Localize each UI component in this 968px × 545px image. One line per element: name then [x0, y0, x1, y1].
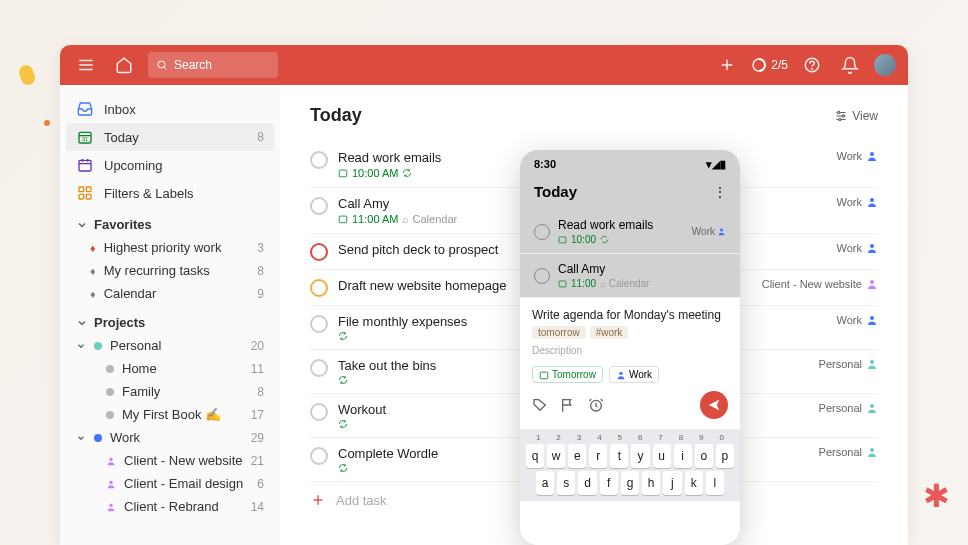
svg-rect-30 — [339, 170, 347, 177]
keyboard-key[interactable]: u — [653, 444, 671, 468]
plus-icon — [310, 492, 326, 508]
recurring-icon — [338, 331, 348, 341]
favorite-item[interactable]: ♦Highest priority work3 — [60, 236, 280, 259]
keyboard-key[interactable]: d — [578, 471, 596, 495]
alarm-icon[interactable] — [588, 397, 604, 413]
key-hint: 4 — [597, 433, 601, 442]
project-item[interactable]: Personal20 — [60, 334, 280, 357]
task-project-tag[interactable]: Client - New website — [762, 278, 878, 290]
keyboard-key[interactable]: p — [716, 444, 734, 468]
sidebar-item-upcoming[interactable]: Upcoming — [66, 151, 274, 179]
sidebar-item-today[interactable]: 31 Today 8 — [66, 123, 274, 151]
favorites-header[interactable]: Favorites — [60, 207, 280, 236]
today-icon: 31 — [76, 128, 94, 146]
keyboard-key[interactable]: t — [610, 444, 628, 468]
compose-title[interactable]: Write agenda for Monday's meeting — [532, 308, 728, 322]
chip-work[interactable]: #work — [590, 326, 629, 339]
project-item[interactable]: Work29 — [60, 426, 280, 449]
subproject-label: Client - Rebrand — [124, 499, 219, 514]
keyboard-key[interactable]: l — [706, 471, 724, 495]
view-label: View — [852, 109, 878, 123]
view-button[interactable]: View — [834, 109, 878, 123]
search-input[interactable]: Search — [148, 52, 278, 78]
help-icon[interactable] — [798, 51, 826, 79]
keyboard-key[interactable]: y — [631, 444, 649, 468]
svg-point-23 — [109, 503, 112, 506]
more-icon[interactable]: ⋮ — [714, 185, 726, 199]
keyboard-key[interactable]: a — [536, 471, 554, 495]
bell-icon[interactable] — [836, 51, 864, 79]
avatar[interactable] — [874, 54, 896, 76]
keyboard-key[interactable]: h — [642, 471, 660, 495]
phone-task-checkbox[interactable] — [534, 268, 550, 284]
subproject-item[interactable]: Home11 — [60, 357, 280, 380]
subproject-item[interactable]: Client - Rebrand14 — [60, 495, 280, 518]
favorite-item[interactable]: ♦Calendar9 — [60, 282, 280, 305]
send-button[interactable] — [700, 391, 728, 419]
task-project-tag[interactable]: Personal — [819, 446, 878, 458]
keyboard-key[interactable]: f — [600, 471, 618, 495]
person-icon — [866, 196, 878, 208]
label-icon[interactable] — [532, 397, 548, 413]
keyboard-key[interactable]: j — [663, 471, 681, 495]
key-hint: 0 — [719, 433, 723, 442]
decoration-star: ✱ — [923, 477, 950, 515]
progress-indicator[interactable]: 2/5 — [751, 57, 788, 73]
quick-work[interactable]: Work — [609, 366, 659, 383]
keyboard-key[interactable]: r — [589, 444, 607, 468]
subproject-item[interactable]: Client - New website21 — [60, 449, 280, 472]
task-project-tag[interactable]: Work — [837, 150, 878, 162]
projects-header[interactable]: Projects — [60, 305, 280, 334]
home-icon[interactable] — [110, 51, 138, 79]
keyboard-row-2: asdfghjkl — [524, 471, 736, 495]
task-project-tag[interactable]: Personal — [819, 358, 878, 370]
recurring-icon — [338, 419, 348, 429]
task-checkbox[interactable] — [310, 403, 328, 421]
sidebar-item-filters[interactable]: Filters & Labels — [66, 179, 274, 207]
chip-tomorrow[interactable]: tomorrow — [532, 326, 586, 339]
keyboard-key[interactable]: e — [568, 444, 586, 468]
keyboard-key[interactable]: g — [621, 471, 639, 495]
subproject-item[interactable]: My First Book ✍️17 — [60, 403, 280, 426]
keyboard-key[interactable]: w — [547, 444, 565, 468]
subproject-count: 11 — [251, 362, 264, 376]
person-icon — [866, 278, 878, 290]
favorites-label: Favorites — [94, 217, 152, 232]
keyboard-key[interactable]: i — [674, 444, 692, 468]
subproject-item[interactable]: Client - Email design6 — [60, 472, 280, 495]
task-checkbox[interactable] — [310, 447, 328, 465]
search-icon — [156, 59, 168, 71]
favorite-item[interactable]: ♦My recurring tasks8 — [60, 259, 280, 282]
task-project-tag[interactable]: Work — [837, 242, 878, 254]
quick-tomorrow[interactable]: Tomorrow — [532, 366, 603, 383]
subproject-label: Family — [122, 384, 160, 399]
svg-point-38 — [870, 404, 874, 408]
keyboard-key[interactable]: s — [557, 471, 575, 495]
phone-task-row[interactable]: Read work emails 10:00 Work — [520, 210, 740, 254]
sidebar-item-inbox[interactable]: Inbox — [66, 95, 274, 123]
task-checkbox[interactable] — [310, 197, 328, 215]
task-time: 11:00 AM — [352, 213, 398, 225]
task-project-tag[interactable]: Work — [837, 314, 878, 326]
keyboard-key[interactable]: k — [685, 471, 703, 495]
calendar-icon — [338, 214, 348, 224]
keyboard-key[interactable]: q — [526, 444, 544, 468]
task-checkbox[interactable] — [310, 279, 328, 297]
svg-rect-42 — [559, 237, 566, 243]
task-checkbox[interactable] — [310, 243, 328, 261]
subproject-item[interactable]: Family8 — [60, 380, 280, 403]
svg-point-29 — [839, 118, 841, 120]
task-project-tag[interactable]: Work — [837, 196, 878, 208]
task-project-tag[interactable]: Personal — [819, 402, 878, 414]
phone-task-row[interactable]: Call Amy 11:00 ⌕ Calendar — [520, 254, 740, 298]
task-checkbox[interactable] — [310, 315, 328, 333]
compose-description[interactable]: Description — [532, 345, 728, 356]
add-icon[interactable] — [713, 51, 741, 79]
menu-icon[interactable] — [72, 51, 100, 79]
flag-icon[interactable] — [560, 397, 576, 413]
keyboard-key[interactable]: o — [695, 444, 713, 468]
project-color-dot — [106, 388, 114, 396]
task-checkbox[interactable] — [310, 359, 328, 377]
phone-task-checkbox[interactable] — [534, 224, 550, 240]
task-checkbox[interactable] — [310, 151, 328, 169]
